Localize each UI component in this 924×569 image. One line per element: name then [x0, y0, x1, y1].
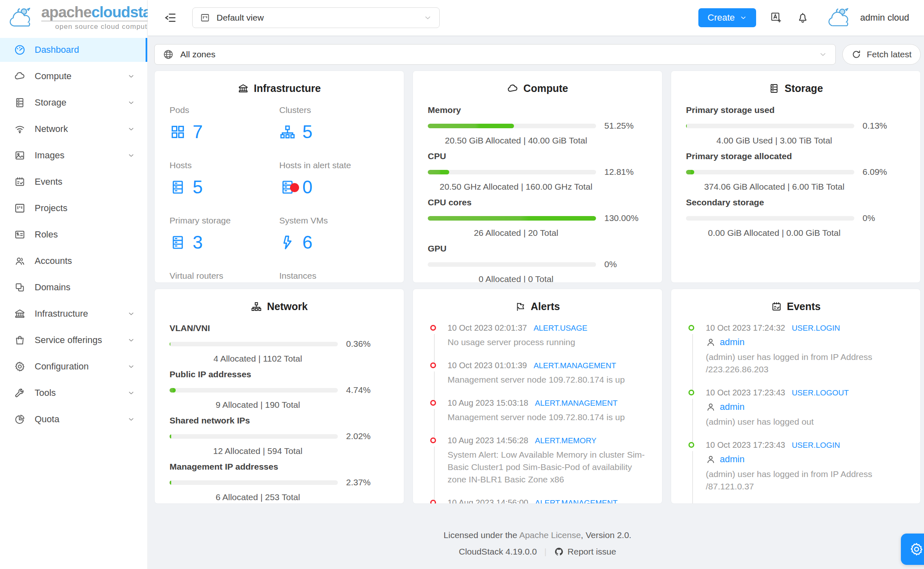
view-selector[interactable]: Default view — [192, 7, 440, 28]
alert-type-link[interactable]: ALERT.MEMORY — [535, 436, 596, 445]
sidebar-item-quota[interactable]: Quota — [0, 407, 147, 431]
alert-type-link[interactable]: ALERT.MANAGEMENT — [535, 498, 618, 504]
meter-cpu: CPU 12.81% 20.50 GHz Allocated | 160.00 … — [428, 151, 647, 192]
configuration-icon — [14, 361, 26, 372]
gear-icon — [909, 542, 924, 557]
alert-item: 10 Oct 2023 02:01:37ALERT.USAGE No usage… — [430, 323, 647, 348]
calendar-check-icon — [771, 301, 782, 312]
progress-bar — [686, 170, 854, 174]
report-issue-link[interactable]: Report issue — [554, 547, 616, 557]
cluster-icon — [251, 301, 262, 312]
avatar — [823, 5, 855, 31]
compute-card: Compute Memory 51.25% 20.50 GiB Allocate… — [412, 71, 662, 283]
card-title: Compute — [523, 82, 568, 94]
stat-instances: Instances 12 — [279, 271, 389, 283]
version-label: CloudStack 4.19.0.0 — [459, 547, 537, 557]
language-icon[interactable] — [770, 12, 783, 24]
sidebar-item-projects[interactable]: Projects — [0, 196, 147, 220]
card-title: Alerts — [531, 301, 560, 313]
sidebar-item-infrastructure[interactable]: Infrastructure — [0, 302, 147, 326]
stat-clusters: Clusters 5 — [279, 105, 389, 142]
event-type-link[interactable]: USER.LOGOUT — [792, 388, 849, 397]
projects-icon — [14, 202, 26, 214]
sidebar-item-roles[interactable]: Roles — [0, 223, 147, 247]
event-user-link[interactable]: admin — [706, 454, 905, 465]
chevron-down-icon — [127, 99, 135, 106]
event-type-link[interactable]: USER.LOGIN — [792, 441, 840, 450]
compute-icon — [14, 71, 26, 82]
sidebar-item-network[interactable]: Network — [0, 117, 147, 141]
storage-icon — [768, 83, 780, 94]
card-title: Infrastructure — [254, 82, 321, 94]
reload-icon — [851, 49, 861, 59]
timeline-dot — [430, 362, 436, 368]
event-type-link[interactable]: USER.LOGIN — [792, 324, 840, 333]
sidebar-item-configuration[interactable]: Configuration — [0, 355, 147, 379]
apache-license-link[interactable]: Apache License — [519, 530, 581, 540]
chevron-down-icon — [127, 416, 135, 423]
roles-icon — [14, 229, 26, 240]
progress-bar — [686, 216, 854, 221]
event-user-link[interactable]: admin — [706, 337, 905, 348]
license-line: Licensed under the Apache License, Versi… — [154, 530, 921, 540]
progress-bar — [686, 124, 854, 128]
sidebar-item-service-offerings[interactable]: Service offerings — [0, 328, 147, 352]
card-title: Events — [787, 301, 821, 313]
alert-type-link[interactable]: ALERT.USAGE — [533, 324, 587, 333]
timeline-dot — [430, 325, 436, 331]
alert-item: 10 Aug 2023 14:56:00ALERT.MANAGEMENT — [430, 498, 647, 504]
meter-public-ip: Public IP addresses 4.74% 9 Allocated | … — [170, 369, 389, 410]
chevron-down-icon — [740, 14, 747, 21]
sidebar-item-storage[interactable]: Storage — [0, 91, 147, 115]
accounts-icon — [14, 255, 26, 267]
stat-pods: Pods 7 — [170, 105, 279, 142]
event-item: 10 Oct 2023 17:23:43USER.LOGIN admin (ad… — [688, 440, 905, 493]
sidebar-item-images[interactable]: Images — [0, 143, 147, 167]
cloudmonkey-logo-icon — [6, 5, 35, 31]
timeline-dot — [688, 325, 694, 331]
flag-icon — [515, 301, 526, 312]
alert-item: 10 Aug 2023 15:03:18ALERT.MANAGEMENT Man… — [430, 398, 647, 423]
events-icon — [14, 176, 26, 188]
hosts-icon — [170, 179, 186, 195]
cloud-icon — [507, 83, 519, 94]
quota-icon — [14, 414, 26, 425]
meter-secondary-storage: Secondary storage 0% 0.00 GiB Allocated … — [686, 198, 905, 238]
alert-type-link[interactable]: ALERT.MANAGEMENT — [533, 361, 616, 370]
chevron-down-icon — [424, 14, 432, 22]
sidebar-item-dashboard[interactable]: Dashboard — [0, 38, 147, 62]
network-icon — [14, 123, 26, 135]
zone-selector[interactable]: All zones — [154, 44, 836, 65]
progress-bar — [170, 480, 338, 485]
sidebar-item-domains[interactable]: Domains — [0, 275, 147, 299]
sidebar-collapse-icon[interactable] — [164, 12, 177, 24]
settings-fab-button[interactable] — [901, 534, 924, 565]
chevron-down-icon — [127, 73, 135, 80]
dashboard-icon — [14, 44, 26, 56]
progress-bar — [428, 124, 596, 128]
progress-bar — [428, 262, 596, 267]
sidebar-item-compute[interactable]: Compute — [0, 64, 147, 88]
progress-bar — [428, 170, 596, 174]
sidebar-item-accounts[interactable]: Accounts — [0, 249, 147, 273]
primary-storage-icon — [170, 234, 186, 251]
user-name: admin cloud — [860, 12, 909, 23]
event-user-link[interactable]: admin — [706, 402, 905, 412]
user-menu[interactable]: admin cloud — [823, 5, 909, 31]
sidebar-item-events[interactable]: Events — [0, 170, 147, 194]
fetch-latest-button[interactable]: Fetch latest — [842, 44, 921, 65]
notifications-bell-icon[interactable] — [797, 12, 809, 24]
storage-card: Storage Primary storage used 0.13% 4.00 … — [671, 71, 921, 283]
sidebar-item-tools[interactable]: Tools — [0, 381, 147, 405]
stat-primary-storage: Primary storage 3 — [170, 216, 279, 253]
alert-type-link[interactable]: ALERT.MANAGEMENT — [535, 399, 618, 408]
cloudstack-dashboard: apachecloudstack™ open source cloud comp… — [0, 0, 924, 569]
zone-selector-value: All zones — [180, 49, 215, 59]
create-button[interactable]: Create — [698, 8, 756, 27]
stat-virtual-routers: Virtual routers 6 — [170, 271, 279, 283]
main-area: Default view Create admin cloud All zone… — [148, 0, 924, 569]
progress-bar — [170, 434, 338, 439]
bank-icon — [238, 83, 249, 94]
sidebar: apachecloudstack™ open source cloud comp… — [0, 0, 148, 569]
timeline-dot — [688, 442, 694, 448]
